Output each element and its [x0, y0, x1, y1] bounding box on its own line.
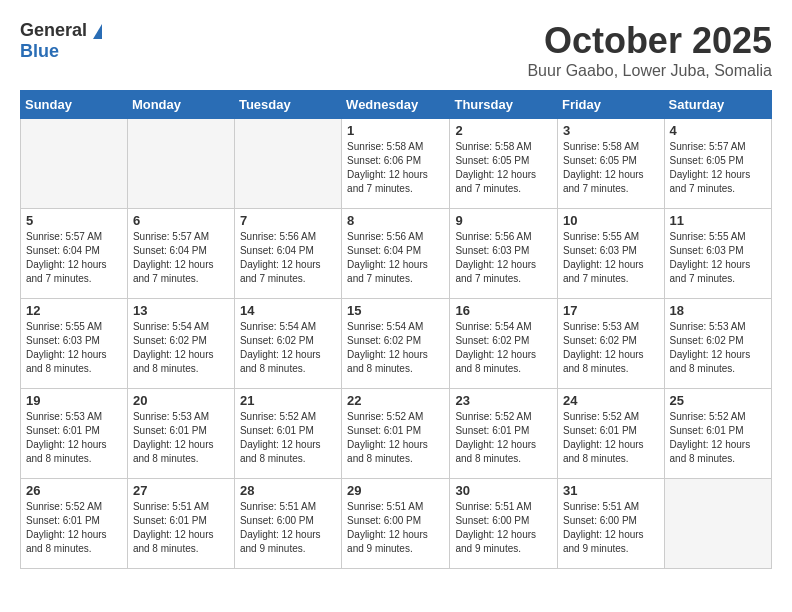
day-info: Sunrise: 5:52 AM Sunset: 6:01 PM Dayligh… [563, 410, 659, 466]
day-cell-2-3: 15Sunrise: 5:54 AM Sunset: 6:02 PM Dayli… [342, 299, 450, 389]
day-number: 11 [670, 213, 766, 228]
day-cell-0-6: 4Sunrise: 5:57 AM Sunset: 6:05 PM Daylig… [664, 119, 771, 209]
day-number: 26 [26, 483, 122, 498]
day-number: 15 [347, 303, 444, 318]
logo-triangle-icon [93, 24, 102, 39]
day-info: Sunrise: 5:52 AM Sunset: 6:01 PM Dayligh… [240, 410, 336, 466]
day-info: Sunrise: 5:58 AM Sunset: 6:05 PM Dayligh… [455, 140, 552, 196]
day-info: Sunrise: 5:52 AM Sunset: 6:01 PM Dayligh… [347, 410, 444, 466]
calendar-table: Sunday Monday Tuesday Wednesday Thursday… [20, 90, 772, 569]
day-number: 12 [26, 303, 122, 318]
day-cell-4-0: 26Sunrise: 5:52 AM Sunset: 6:01 PM Dayli… [21, 479, 128, 569]
day-info: Sunrise: 5:58 AM Sunset: 6:05 PM Dayligh… [563, 140, 659, 196]
day-info: Sunrise: 5:52 AM Sunset: 6:01 PM Dayligh… [455, 410, 552, 466]
day-cell-1-0: 5Sunrise: 5:57 AM Sunset: 6:04 PM Daylig… [21, 209, 128, 299]
day-cell-1-3: 8Sunrise: 5:56 AM Sunset: 6:04 PM Daylig… [342, 209, 450, 299]
week-row-4: 19Sunrise: 5:53 AM Sunset: 6:01 PM Dayli… [21, 389, 772, 479]
day-number: 8 [347, 213, 444, 228]
day-number: 10 [563, 213, 659, 228]
day-cell-3-5: 24Sunrise: 5:52 AM Sunset: 6:01 PM Dayli… [558, 389, 665, 479]
day-number: 17 [563, 303, 659, 318]
day-cell-2-1: 13Sunrise: 5:54 AM Sunset: 6:02 PM Dayli… [127, 299, 234, 389]
header-tuesday: Tuesday [234, 91, 341, 119]
day-cell-2-4: 16Sunrise: 5:54 AM Sunset: 6:02 PM Dayli… [450, 299, 558, 389]
day-info: Sunrise: 5:58 AM Sunset: 6:06 PM Dayligh… [347, 140, 444, 196]
day-number: 9 [455, 213, 552, 228]
day-info: Sunrise: 5:52 AM Sunset: 6:01 PM Dayligh… [670, 410, 766, 466]
day-number: 31 [563, 483, 659, 498]
header-wednesday: Wednesday [342, 91, 450, 119]
logo-blue-text: Blue [20, 41, 59, 61]
day-info: Sunrise: 5:57 AM Sunset: 6:04 PM Dayligh… [26, 230, 122, 286]
day-cell-4-3: 29Sunrise: 5:51 AM Sunset: 6:00 PM Dayli… [342, 479, 450, 569]
day-number: 14 [240, 303, 336, 318]
day-info: Sunrise: 5:51 AM Sunset: 6:00 PM Dayligh… [347, 500, 444, 556]
day-number: 6 [133, 213, 229, 228]
title-section: October 2025 Buur Gaabo, Lower Juba, Som… [527, 20, 772, 80]
day-info: Sunrise: 5:53 AM Sunset: 6:01 PM Dayligh… [26, 410, 122, 466]
day-number: 29 [347, 483, 444, 498]
day-cell-4-4: 30Sunrise: 5:51 AM Sunset: 6:00 PM Dayli… [450, 479, 558, 569]
day-cell-1-5: 10Sunrise: 5:55 AM Sunset: 6:03 PM Dayli… [558, 209, 665, 299]
day-cell-2-2: 14Sunrise: 5:54 AM Sunset: 6:02 PM Dayli… [234, 299, 341, 389]
day-cell-3-0: 19Sunrise: 5:53 AM Sunset: 6:01 PM Dayli… [21, 389, 128, 479]
day-cell-1-6: 11Sunrise: 5:55 AM Sunset: 6:03 PM Dayli… [664, 209, 771, 299]
day-number: 2 [455, 123, 552, 138]
day-info: Sunrise: 5:52 AM Sunset: 6:01 PM Dayligh… [26, 500, 122, 556]
day-number: 28 [240, 483, 336, 498]
day-number: 4 [670, 123, 766, 138]
day-info: Sunrise: 5:51 AM Sunset: 6:00 PM Dayligh… [563, 500, 659, 556]
day-info: Sunrise: 5:55 AM Sunset: 6:03 PM Dayligh… [670, 230, 766, 286]
day-cell-1-2: 7Sunrise: 5:56 AM Sunset: 6:04 PM Daylig… [234, 209, 341, 299]
header-friday: Friday [558, 91, 665, 119]
header-sunday: Sunday [21, 91, 128, 119]
week-row-3: 12Sunrise: 5:55 AM Sunset: 6:03 PM Dayli… [21, 299, 772, 389]
day-info: Sunrise: 5:56 AM Sunset: 6:04 PM Dayligh… [240, 230, 336, 286]
day-cell-0-4: 2Sunrise: 5:58 AM Sunset: 6:05 PM Daylig… [450, 119, 558, 209]
day-number: 24 [563, 393, 659, 408]
day-info: Sunrise: 5:53 AM Sunset: 6:01 PM Dayligh… [133, 410, 229, 466]
day-number: 13 [133, 303, 229, 318]
day-number: 22 [347, 393, 444, 408]
day-cell-0-2 [234, 119, 341, 209]
day-info: Sunrise: 5:51 AM Sunset: 6:01 PM Dayligh… [133, 500, 229, 556]
day-number: 30 [455, 483, 552, 498]
day-cell-3-1: 20Sunrise: 5:53 AM Sunset: 6:01 PM Dayli… [127, 389, 234, 479]
header-monday: Monday [127, 91, 234, 119]
day-number: 5 [26, 213, 122, 228]
day-number: 23 [455, 393, 552, 408]
day-cell-2-0: 12Sunrise: 5:55 AM Sunset: 6:03 PM Dayli… [21, 299, 128, 389]
day-number: 3 [563, 123, 659, 138]
day-cell-2-6: 18Sunrise: 5:53 AM Sunset: 6:02 PM Dayli… [664, 299, 771, 389]
day-info: Sunrise: 5:54 AM Sunset: 6:02 PM Dayligh… [455, 320, 552, 376]
header-thursday: Thursday [450, 91, 558, 119]
day-info: Sunrise: 5:57 AM Sunset: 6:05 PM Dayligh… [670, 140, 766, 196]
day-info: Sunrise: 5:57 AM Sunset: 6:04 PM Dayligh… [133, 230, 229, 286]
week-row-2: 5Sunrise: 5:57 AM Sunset: 6:04 PM Daylig… [21, 209, 772, 299]
page-header: General Blue October 2025 Buur Gaabo, Lo… [20, 20, 772, 80]
day-cell-0-5: 3Sunrise: 5:58 AM Sunset: 6:05 PM Daylig… [558, 119, 665, 209]
logo-general-text: General [20, 20, 87, 41]
day-info: Sunrise: 5:55 AM Sunset: 6:03 PM Dayligh… [563, 230, 659, 286]
day-info: Sunrise: 5:51 AM Sunset: 6:00 PM Dayligh… [455, 500, 552, 556]
day-number: 18 [670, 303, 766, 318]
day-info: Sunrise: 5:54 AM Sunset: 6:02 PM Dayligh… [240, 320, 336, 376]
week-row-1: 1Sunrise: 5:58 AM Sunset: 6:06 PM Daylig… [21, 119, 772, 209]
day-cell-1-4: 9Sunrise: 5:56 AM Sunset: 6:03 PM Daylig… [450, 209, 558, 299]
day-number: 7 [240, 213, 336, 228]
day-info: Sunrise: 5:54 AM Sunset: 6:02 PM Dayligh… [133, 320, 229, 376]
day-cell-3-2: 21Sunrise: 5:52 AM Sunset: 6:01 PM Dayli… [234, 389, 341, 479]
day-cell-3-3: 22Sunrise: 5:52 AM Sunset: 6:01 PM Dayli… [342, 389, 450, 479]
day-cell-4-2: 28Sunrise: 5:51 AM Sunset: 6:00 PM Dayli… [234, 479, 341, 569]
logo: General Blue [20, 20, 102, 62]
day-cell-4-1: 27Sunrise: 5:51 AM Sunset: 6:01 PM Dayli… [127, 479, 234, 569]
month-title: October 2025 [527, 20, 772, 62]
header-saturday: Saturday [664, 91, 771, 119]
day-number: 16 [455, 303, 552, 318]
day-number: 20 [133, 393, 229, 408]
day-number: 1 [347, 123, 444, 138]
day-cell-1-1: 6Sunrise: 5:57 AM Sunset: 6:04 PM Daylig… [127, 209, 234, 299]
day-cell-4-6 [664, 479, 771, 569]
day-info: Sunrise: 5:55 AM Sunset: 6:03 PM Dayligh… [26, 320, 122, 376]
day-number: 27 [133, 483, 229, 498]
